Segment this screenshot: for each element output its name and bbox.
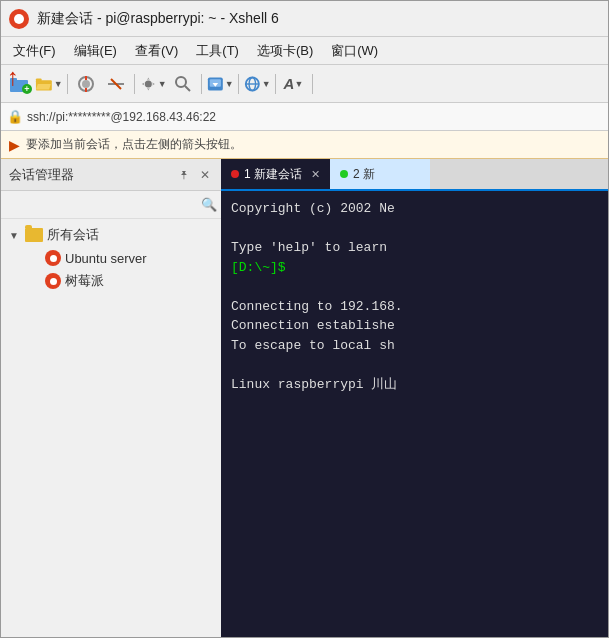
- address-bar: 🔒 ssh://pi:*********@192.168.43.46:22: [1, 103, 608, 131]
- lock-icon: 🔒: [7, 109, 23, 124]
- reconnect-button[interactable]: [72, 71, 100, 97]
- svg-rect-3: [36, 78, 42, 82]
- svg-marker-4: [36, 84, 51, 90]
- terminal-line-8: [231, 355, 598, 375]
- transfer-button[interactable]: ▼: [206, 71, 234, 97]
- svg-point-13: [176, 77, 186, 87]
- app-window: 新建会话 - pi@raspberrypi: ~ - Xshell 6 文件(F…: [0, 0, 609, 638]
- settings-button[interactable]: ▼: [139, 71, 167, 97]
- info-bar: ▶ 要添加当前会话，点击左侧的箭头按钮。: [1, 131, 608, 159]
- tab-1[interactable]: 1 新建会话 ✕: [221, 159, 330, 189]
- toolbar-sep-4: [238, 74, 239, 94]
- svg-rect-1: [10, 78, 17, 82]
- menu-window[interactable]: 窗口(W): [323, 39, 386, 63]
- pin-button[interactable]: 🖈: [175, 167, 193, 183]
- terminal-line-7: To escape to local sh: [231, 336, 598, 356]
- globe-button[interactable]: ▼: [243, 71, 271, 97]
- tab-2[interactable]: 2 新: [330, 159, 430, 189]
- terminal-line-1: [231, 219, 598, 239]
- toolbar-sep-5: [275, 74, 276, 94]
- ubuntu-session-label: Ubuntu server: [65, 251, 147, 266]
- app-icon: [9, 9, 29, 29]
- session-search-bar: 🔍: [1, 191, 221, 219]
- session-panel-controls: 🖈 ✕: [175, 167, 213, 183]
- toolbar-sep-3: [201, 74, 202, 94]
- toolbar: + ↑ ▼: [1, 65, 608, 103]
- expand-icon: ▼: [9, 230, 21, 241]
- session-item-raspberry[interactable]: 树莓派: [1, 269, 221, 293]
- transfer-icon: [206, 75, 225, 93]
- tab-1-close[interactable]: ✕: [311, 168, 320, 181]
- settings-icon: [139, 74, 158, 94]
- disconnect-button[interactable]: [102, 71, 130, 97]
- bottom-section: 会话管理器 🖈 ✕ 🔍 ▼ 所有会话: [1, 159, 608, 637]
- terminal-output[interactable]: Copyright (c) 2002 Ne Type 'help' to lea…: [221, 191, 608, 637]
- menu-edit[interactable]: 编辑(E): [66, 39, 125, 63]
- folder-label: 所有会话: [47, 226, 99, 244]
- new-session-icon: +: [8, 75, 30, 93]
- tab-1-dot: [231, 170, 239, 178]
- folder-icon: [25, 228, 43, 242]
- tab-bar: 1 新建会话 ✕ 2 新: [221, 159, 608, 191]
- svg-point-6: [82, 80, 90, 88]
- tab-1-label: 1 新建会话: [244, 166, 302, 183]
- globe-dropdown-arrow: ▼: [262, 79, 271, 89]
- toolbar-sep-1: [67, 74, 68, 94]
- new-session-button[interactable]: + ↑: [5, 71, 33, 97]
- font-button[interactable]: A ▼: [280, 71, 308, 97]
- font-dropdown-arrow: ▼: [294, 79, 304, 89]
- session-tree: ▼ 所有会话 Ubuntu server 树莓派: [1, 219, 221, 637]
- toolbar-sep-2: [134, 74, 135, 94]
- reconnect-icon: [76, 74, 96, 94]
- svg-line-14: [185, 86, 190, 91]
- open-folder-icon: [35, 76, 54, 92]
- info-arrow-icon: ▶: [9, 137, 20, 153]
- session-manager-panel: 会话管理器 🖈 ✕ 🔍 ▼ 所有会话: [1, 159, 221, 637]
- terminal-line-2: Type 'help' to learn: [231, 238, 598, 258]
- all-sessions-folder[interactable]: ▼ 所有会话: [1, 223, 221, 247]
- menu-bar: 文件(F) 编辑(E) 查看(V) 工具(T) 选项卡(B) 窗口(W): [1, 37, 608, 65]
- terminal-line-3: [D:\~]$: [231, 258, 598, 278]
- dropdown-arrow-icon: ▼: [54, 79, 63, 89]
- terminal-line-4: [231, 277, 598, 297]
- svg-rect-8: [85, 88, 87, 92]
- transfer-dropdown-arrow: ▼: [225, 79, 234, 89]
- terminal-line-9: Linux raspberrypi 川山: [231, 375, 598, 395]
- terminal-section: 1 新建会话 ✕ 2 新 Copyright (c) 2002 Ne Type …: [221, 159, 608, 637]
- font-icon: A: [284, 75, 295, 92]
- menu-view[interactable]: 查看(V): [127, 39, 186, 63]
- session-panel-title: 会话管理器: [9, 166, 74, 184]
- session-panel-header: 会话管理器 🖈 ✕: [1, 159, 221, 191]
- menu-file[interactable]: 文件(F): [5, 39, 64, 63]
- terminal-line-6: Connection establishe: [231, 316, 598, 336]
- close-panel-button[interactable]: ✕: [197, 167, 213, 183]
- terminal-line-5: Connecting to 192.168.: [231, 297, 598, 317]
- settings-dropdown-arrow: ▼: [158, 79, 167, 89]
- title-bar: 新建会话 - pi@raspberrypi: ~ - Xshell 6: [1, 1, 608, 37]
- raspberry-session-icon: [45, 273, 61, 289]
- address-text: ssh://pi:*********@192.168.43.46:22: [27, 110, 602, 124]
- session-search-icon[interactable]: 🔍: [201, 197, 217, 212]
- raspberry-session-label: 树莓派: [65, 272, 104, 290]
- search-button[interactable]: [169, 71, 197, 97]
- title-text: 新建会话 - pi@raspberrypi: ~ - Xshell 6: [37, 10, 279, 28]
- globe-icon: [243, 74, 262, 94]
- svg-rect-7: [85, 76, 87, 80]
- terminal-line-0: Copyright (c) 2002 Ne: [231, 199, 598, 219]
- tab-2-dot: [340, 170, 348, 178]
- search-icon: [174, 75, 192, 93]
- menu-tabs[interactable]: 选项卡(B): [249, 39, 321, 63]
- menu-tools[interactable]: 工具(T): [188, 39, 247, 63]
- tab-2-label: 2 新: [353, 166, 375, 183]
- toolbar-sep-6: [312, 74, 313, 94]
- plus-badge: +: [22, 84, 32, 94]
- info-bar-text: 要添加当前会话，点击左侧的箭头按钮。: [26, 136, 242, 153]
- session-item-ubuntu[interactable]: Ubuntu server: [1, 247, 221, 269]
- ubuntu-session-icon: [45, 250, 61, 266]
- disconnect-icon: [106, 74, 126, 94]
- open-session-button[interactable]: ▼: [35, 71, 63, 97]
